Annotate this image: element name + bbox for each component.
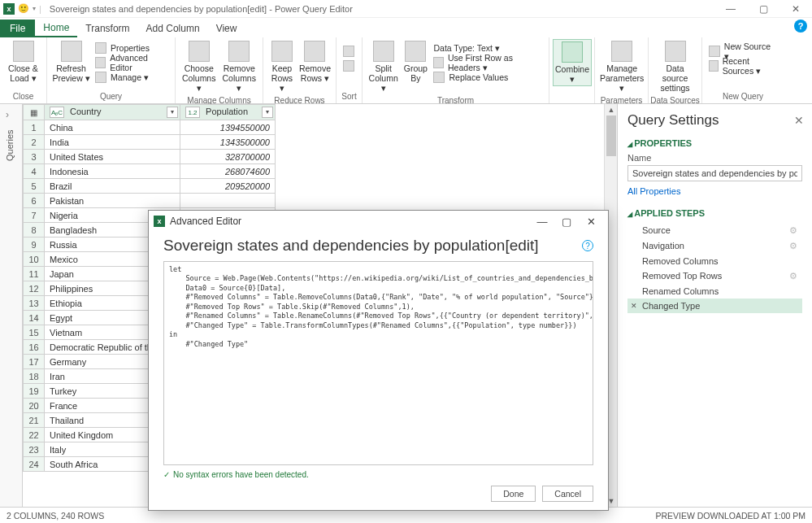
manage-button[interactable]: Manage ▾: [92, 70, 172, 84]
applied-step[interactable]: Source⚙: [627, 223, 802, 238]
cell-country[interactable]: India: [45, 135, 180, 150]
row-number[interactable]: 3: [24, 150, 45, 164]
row-number[interactable]: 22: [24, 428, 45, 442]
query-name-input[interactable]: [627, 165, 802, 181]
column-filter-country[interactable]: ▾: [167, 107, 178, 118]
replace-values-button[interactable]: Replace Values: [430, 70, 545, 84]
row-number[interactable]: 24: [24, 457, 45, 472]
sort-asc-button[interactable]: [340, 44, 358, 58]
help-icon[interactable]: ?: [794, 20, 807, 33]
cell-population[interactable]: 328700000: [180, 150, 276, 164]
cell-population[interactable]: [180, 194, 276, 208]
gear-icon[interactable]: ⚙: [789, 241, 797, 251]
row-number[interactable]: 11: [24, 267, 45, 281]
manage-parameters-button[interactable]: Manage Parameters ▾: [598, 39, 645, 94]
combine-button[interactable]: Combine ▾: [553, 39, 592, 86]
applied-step[interactable]: Changed Type: [627, 299, 802, 313]
done-button[interactable]: Done: [491, 486, 536, 502]
group-by-button[interactable]: Group By: [401, 39, 430, 85]
table-row[interactable]: 2India1343500000: [24, 135, 276, 150]
row-number[interactable]: 7: [24, 208, 45, 223]
applied-step[interactable]: Removed Columns: [627, 254, 802, 268]
tab-file[interactable]: File: [0, 20, 35, 37]
close-settings-button[interactable]: ✕: [794, 114, 804, 127]
dialog-close-button[interactable]: ✕: [579, 216, 603, 228]
applied-step[interactable]: Navigation⚙: [627, 238, 802, 254]
remove-columns-button[interactable]: Remove Columns ▾: [219, 39, 260, 94]
refresh-preview-button[interactable]: Refresh Preview ▾: [50, 39, 92, 85]
cell-population[interactable]: 1343500000: [180, 135, 276, 150]
cell-population[interactable]: 1394550000: [180, 120, 276, 135]
row-number[interactable]: 12: [24, 281, 45, 296]
row-number[interactable]: 15: [24, 325, 45, 340]
cancel-button[interactable]: Cancel: [542, 486, 593, 502]
cell-population[interactable]: 268074600: [180, 164, 276, 179]
choose-columns-button[interactable]: Choose Columns ▾: [179, 39, 219, 94]
applied-step[interactable]: Renamed Columns: [627, 284, 802, 299]
applied-step[interactable]: Removed Top Rows⚙: [627, 268, 802, 284]
dialog-help-icon[interactable]: ?: [582, 240, 593, 251]
row-number[interactable]: 17: [24, 355, 45, 369]
close-window-button[interactable]: ✕: [779, 0, 812, 18]
column-header-country[interactable]: AᵦC Country ▾: [45, 105, 180, 120]
dialog-maximize-button[interactable]: ▢: [554, 216, 579, 228]
row-number[interactable]: 16: [24, 340, 45, 355]
split-column-button[interactable]: Split Column ▾: [366, 39, 401, 94]
row-number[interactable]: 21: [24, 413, 45, 428]
tab-transform[interactable]: Transform: [77, 20, 137, 37]
cell-country[interactable]: Pakistan: [45, 194, 180, 208]
scroll-thumb[interactable]: [606, 115, 616, 156]
all-properties-link[interactable]: All Properties: [627, 186, 680, 196]
code-editor[interactable]: let Source = Web.Page(Web.Contents("http…: [163, 261, 593, 465]
row-number[interactable]: 14: [24, 311, 45, 325]
row-number[interactable]: 23: [24, 442, 45, 457]
column-header-population[interactable]: 1.2 Population ▾: [180, 105, 276, 120]
table-row[interactable]: 6Pakistan: [24, 194, 276, 208]
recent-sources-button[interactable]: Recent Sources ▾: [706, 59, 780, 72]
tab-view[interactable]: View: [208, 20, 245, 37]
row-number[interactable]: 8: [24, 223, 45, 238]
row-number[interactable]: 2: [24, 135, 45, 150]
sort-desc-button[interactable]: [340, 59, 358, 72]
table-row[interactable]: 5Brazil209520000: [24, 179, 276, 194]
cell-population[interactable]: 209520000: [180, 179, 276, 194]
row-number[interactable]: 1: [24, 120, 45, 135]
gear-icon[interactable]: ⚙: [789, 225, 797, 236]
maximize-button[interactable]: ▢: [747, 0, 779, 18]
dialog-titlebar[interactable]: x Advanced Editor — ▢ ✕: [149, 211, 608, 232]
keep-rows-button[interactable]: Keep Rows ▾: [267, 39, 297, 94]
cell-country[interactable]: China: [45, 120, 180, 135]
text-type-icon[interactable]: AᵦC: [50, 107, 64, 118]
table-row[interactable]: 3United States328700000: [24, 150, 276, 164]
applied-steps-heading[interactable]: APPLIED STEPS: [627, 208, 802, 218]
qat-dropdown-icon[interactable]: ▾: [33, 5, 36, 12]
dialog-minimize-button[interactable]: —: [530, 216, 554, 228]
column-filter-population[interactable]: ▾: [262, 107, 273, 118]
table-row[interactable]: 1China1394550000: [24, 120, 276, 135]
corner-cell[interactable]: ▦: [24, 105, 45, 120]
expand-queries-icon[interactable]: ›: [6, 109, 9, 120]
row-number[interactable]: 18: [24, 369, 45, 384]
cell-country[interactable]: Brazil: [45, 179, 180, 194]
row-number[interactable]: 9: [24, 238, 45, 252]
close-load-button[interactable]: Close & Load ▾: [3, 39, 43, 85]
tab-home[interactable]: Home: [35, 20, 77, 37]
row-number[interactable]: 19: [24, 384, 45, 399]
cell-country[interactable]: Indonesia: [45, 164, 180, 179]
number-type-icon[interactable]: 1.2: [185, 107, 200, 118]
qat-smiley-icon[interactable]: 🙂: [18, 3, 29, 14]
tab-add-column[interactable]: Add Column: [138, 20, 208, 37]
queries-pane-collapsed[interactable]: › Queries: [0, 104, 23, 507]
row-number[interactable]: 20: [24, 399, 45, 413]
data-source-settings-button[interactable]: Data source settings: [652, 39, 698, 94]
gear-icon[interactable]: ⚙: [789, 271, 797, 281]
cell-country[interactable]: United States: [45, 150, 180, 164]
row-number[interactable]: 5: [24, 179, 45, 194]
minimize-button[interactable]: —: [714, 0, 747, 18]
row-number[interactable]: 13: [24, 296, 45, 311]
properties-heading[interactable]: PROPERTIES: [627, 138, 802, 148]
first-row-headers-button[interactable]: Use First Row as Headers ▾: [430, 55, 545, 69]
row-number[interactable]: 6: [24, 194, 45, 208]
row-number[interactable]: 4: [24, 164, 45, 179]
advanced-editor-button[interactable]: Advanced Editor: [92, 55, 172, 69]
